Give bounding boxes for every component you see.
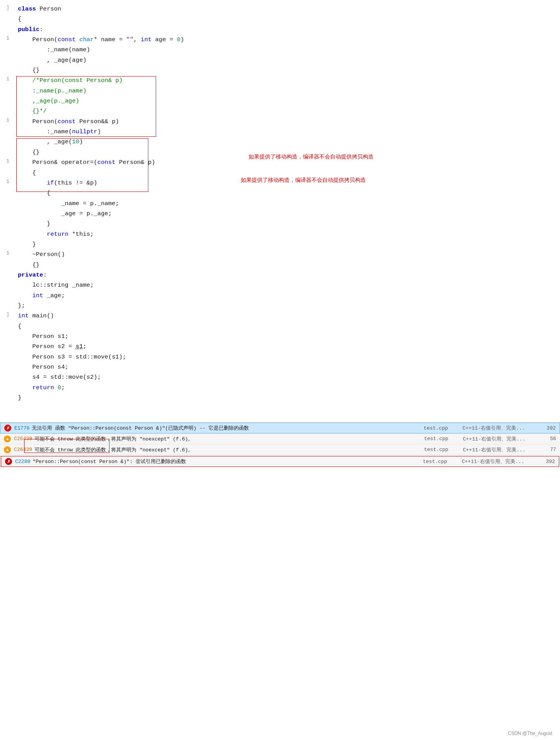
error-row-c26439a[interactable]: ▲ C26439 可能不会 throw 此类型的函数，将其声明为 "noexce… [0, 434, 560, 444]
error-line: 392 [539, 459, 555, 465]
error-file: test.cpp [424, 425, 455, 431]
error-source: C++11-右值引用、完美... [463, 425, 540, 432]
error-code: C26439 [14, 447, 32, 453]
error-panel: ✗ E1776 无法引用 函数 "Person::Person(const Pe… [0, 422, 560, 467]
code-line: _age = p._age; [0, 209, 560, 219]
code-line: {}*/ [0, 106, 560, 116]
error-file: test.cpp [424, 447, 455, 453]
code-line: Person s2 = s1; [0, 341, 560, 352]
code-line: } [0, 219, 560, 229]
code-line: , _age(age) [0, 55, 560, 65]
code-line: :_name(nullptr) [0, 127, 560, 137]
code-line: , _age(10) [0, 137, 560, 147]
error-icon: ✗ [5, 458, 12, 465]
code-line: int _age; [0, 291, 560, 301]
error-source: C++11-右值引用、完美... [463, 435, 541, 442]
error-line: 56 [541, 436, 556, 442]
code-line: {} [0, 65, 560, 75]
code-line: :_name(p._name) [0, 86, 560, 96]
error-source: C++11-右值引用、完美... [462, 458, 539, 465]
error-row-c2280[interactable]: ✗ C2280 "Person::Person(const Person &)"… [1, 456, 559, 467]
code-line: 1 Person& operator=(const Person& p) [0, 157, 560, 167]
error-icon: ✗ [4, 425, 11, 432]
error-message: "Person::Person(const Person &)": 尝试引用已删… [33, 458, 423, 465]
error-code: C2280 [15, 459, 30, 465]
code-line: 1 /*Person(const Person& p) [0, 75, 560, 85]
error-line: 77 [541, 447, 556, 453]
code-line: 1 if(this != &p) [0, 178, 560, 188]
code-line: return 0; [0, 383, 560, 393]
code-line: {} [0, 260, 560, 270]
code-editor: 如果提供了移动构造，编译器不会自动提供拷贝构造 ] class Person {… [0, 0, 560, 472]
code-line: { [0, 321, 560, 331]
error-code: E1776 [14, 425, 30, 431]
code-line: { [0, 14, 560, 24]
code-line: _name = p._name; [0, 198, 560, 209]
footer: CSDN @The_August [508, 731, 552, 736]
code-line: } [0, 239, 560, 249]
error-row-e1776[interactable]: ✗ E1776 无法引用 函数 "Person::Person(const Pe… [0, 423, 560, 434]
code-line: lc::string _name; [0, 280, 560, 290]
code-line: } [0, 393, 560, 403]
code-line: ,_age(p._age) [0, 96, 560, 106]
warn-icon: ▲ [4, 435, 11, 442]
error-message: 可能不会 throw 此类型的函数，将其声明为 "noexcept" (f.6)… [35, 446, 424, 453]
code-line: :_name(name) [0, 45, 560, 55]
code-line: { [0, 168, 560, 178]
code-line: Person s3 = std::move(s1); [0, 352, 560, 362]
error-code: C26439 [14, 436, 32, 442]
error-source: C++11-右值引用、完美... [463, 446, 541, 453]
code-line: 1 Person(const Person&& p) [0, 117, 560, 127]
error-file: test.cpp [424, 436, 455, 442]
error-message: 可能不会 throw 此类型的函数，将其声明为 "noexcept" (f.6)… [35, 435, 424, 442]
code-line: ] int main() [0, 311, 560, 321]
error-row-c26439b[interactable]: ▲ C26439 可能不会 throw 此类型的函数，将其声明为 "noexce… [0, 444, 560, 455]
warn-icon: ▲ [4, 446, 11, 453]
code-line: public: [0, 24, 560, 35]
error-line: 392 [540, 425, 556, 431]
code-line: return *this; [0, 229, 560, 239]
code-line: 1 Person(const char* name = "", int age … [0, 35, 560, 45]
code-line: Person s1; [0, 331, 560, 341]
error-message: 无法引用 函数 "Person::Person(const Person &)"… [32, 425, 424, 432]
code-line: }; [0, 301, 560, 311]
code-line: s4 = std::move(s2); [0, 372, 560, 382]
code-line: private: [0, 270, 560, 280]
code-line: ] class Person [0, 4, 560, 14]
code-line: 1 ~Person() [0, 249, 560, 259]
error-file: test.cpp [423, 459, 454, 465]
code-line: Person s4; [0, 362, 560, 372]
code-line: { [0, 188, 560, 198]
